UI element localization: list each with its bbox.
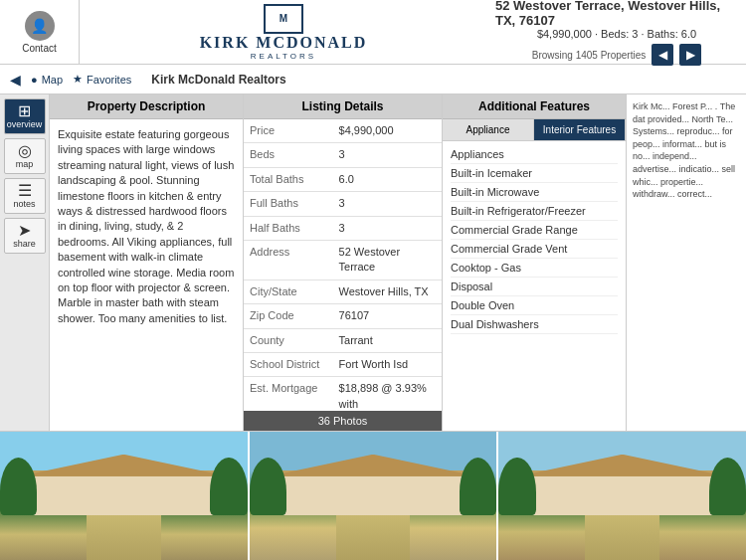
list-item: Built-in Refrigerator/Freezer <box>451 202 618 221</box>
table-row: Price$4,990,000 <box>244 119 442 143</box>
photo-1[interactable] <box>0 432 248 560</box>
list-item: Commercial Grade Range <box>451 221 618 240</box>
row-label: Half Baths <box>244 216 333 240</box>
row-label: Total Baths <box>244 167 333 191</box>
table-row: Zip Code76107 <box>244 304 442 328</box>
header-logo: M KIRK MCDONALD REALTORS <box>80 0 487 65</box>
row-value: 3 <box>333 143 442 167</box>
agent-name: Kirk McDonald Realtors <box>151 73 285 87</box>
table-row: School DistrictFort Worth Isd <box>244 352 442 376</box>
table-row: CountyTarrant <box>244 328 442 352</box>
house-shape-1 <box>25 470 223 515</box>
house-shape-3 <box>523 470 721 515</box>
sidebar-label-overview: overview <box>7 119 43 129</box>
property-details: $4,990,000 · Beds: 3 · Baths: 6.0 <box>537 28 696 40</box>
photos-bar[interactable]: 36 Photos <box>244 411 442 431</box>
sidebar-label-notes: notes <box>13 199 35 209</box>
avatar: 👤 <box>25 11 55 41</box>
property-description-panel: Property Description Exquisite estate fe… <box>50 94 244 431</box>
logo-text-sub: REALTORS <box>251 52 316 61</box>
right-sidebar-text: Kirk Mc... Forest P... . The dat provide… <box>627 94 746 431</box>
header: 👤 Contact M KIRK MCDONALD REALTORS 52 We… <box>0 0 746 65</box>
photo-strip <box>0 431 746 560</box>
table-row: Beds3 <box>244 143 442 167</box>
row-label: Beds <box>244 143 333 167</box>
prev-button[interactable]: ◀ <box>652 44 673 66</box>
star-icon: ★ <box>73 73 83 86</box>
row-label: County <box>244 328 333 352</box>
browsing-text: Browsing 1405 Properties <box>532 50 647 61</box>
path-shape-1 <box>87 515 161 560</box>
row-label: Price <box>244 119 333 143</box>
row-label: Address <box>244 240 333 280</box>
photo-2[interactable] <box>248 432 497 560</box>
row-label: Full Baths <box>244 192 333 216</box>
table-row: Half Baths3 <box>244 216 442 240</box>
favorites-button[interactable]: ★ Favorites <box>73 73 131 86</box>
trees-left-1 <box>0 458 37 515</box>
header-left: 👤 Contact <box>0 0 80 64</box>
row-value: $4,990,000 <box>333 119 442 143</box>
main-content: ⊞ overview ◎ map ☰ notes ➤ share Propert… <box>0 94 746 431</box>
map-label: Map <box>42 74 63 86</box>
list-item: Commercial Grade Vent <box>451 240 618 259</box>
house-shape-2 <box>275 470 472 515</box>
listing-details-table: Price$4,990,000Beds3Total Baths6.0Full B… <box>244 119 442 411</box>
next-button[interactable]: ▶ <box>679 44 701 66</box>
listing-details-panel: Listing Details Price$4,990,000Beds3Tota… <box>244 94 443 431</box>
map-icon: ● <box>31 74 38 86</box>
additional-features-heading: Additional Features <box>443 94 626 119</box>
sidebar-item-share[interactable]: ➤ share <box>4 218 46 254</box>
trees-left-3 <box>498 458 535 515</box>
prop-desc-body: Exquisite estate featuring gorgeous livi… <box>50 119 243 334</box>
list-item: Double Oven <box>451 296 618 315</box>
trees-right-2 <box>460 458 496 515</box>
prop-desc-heading: Property Description <box>50 94 243 119</box>
trees-left-2 <box>250 458 286 515</box>
row-value: 76107 <box>333 304 442 328</box>
sidebar-item-notes[interactable]: ☰ notes <box>4 178 46 214</box>
row-label: City/State <box>244 280 333 303</box>
tab-appliance[interactable]: Appliance <box>443 119 534 140</box>
row-value: 6.0 <box>333 167 442 191</box>
list-item: Disposal <box>451 278 618 296</box>
path-shape-3 <box>585 515 659 560</box>
table-row: Total Baths6.0 <box>244 167 442 191</box>
features-tabs: Appliance Interior Features <box>443 119 626 141</box>
table-row: Est. Mortgage$18,898 @ 3.93% with <box>244 377 442 411</box>
sidebar-item-overview[interactable]: ⊞ overview <box>4 98 46 134</box>
listing-details-heading: Listing Details <box>244 94 442 119</box>
list-item: Built-in Icemaker <box>451 164 618 183</box>
contact-button[interactable]: 👤 Contact <box>22 11 56 54</box>
table-row: City/StateWestover Hills, TX <box>244 280 442 303</box>
row-value: Westover Hills, TX <box>333 280 442 303</box>
additional-features-panel: Additional Features Appliance Interior F… <box>443 94 627 431</box>
list-item: Built-in Microwave <box>451 183 618 202</box>
list-item: Dual Dishwashers <box>451 315 618 334</box>
back-arrow-icon[interactable]: ◀ <box>10 72 21 88</box>
header-right: 52 Westover Terrace, Westover Hills, TX,… <box>487 0 746 70</box>
logo-text-main: KIRK MCDONALD <box>200 34 368 52</box>
path-shape-2 <box>336 515 411 560</box>
columns-area: Property Description Exquisite estate fe… <box>50 94 746 431</box>
row-value: 52 Westover Terrace <box>333 240 442 280</box>
tab-interior[interactable]: Interior Features <box>534 119 626 140</box>
sidebar-label-share: share <box>13 239 36 249</box>
sidebar-label-map: map <box>16 159 34 169</box>
list-item: Appliances <box>451 145 618 164</box>
overview-icon: ⊞ <box>18 103 31 119</box>
logo-icon: M <box>264 4 303 34</box>
sidebar-item-map[interactable]: ◎ map <box>4 138 46 174</box>
row-value: 3 <box>333 192 442 216</box>
map-sidebar-icon: ◎ <box>18 143 32 159</box>
property-address: 52 Westover Terrace, Westover Hills, TX,… <box>495 0 738 28</box>
features-list: AppliancesBuilt-in IcemakerBuilt-in Micr… <box>443 141 626 338</box>
photo-3[interactable] <box>496 432 746 560</box>
notes-icon: ☰ <box>18 183 32 199</box>
left-sidebar: ⊞ overview ◎ map ☰ notes ➤ share <box>0 94 50 431</box>
favorites-label: Favorites <box>87 74 131 86</box>
person-icon: 👤 <box>31 18 48 34</box>
row-label: Zip Code <box>244 304 333 328</box>
map-button[interactable]: ● Map <box>31 74 63 86</box>
trees-right-3 <box>709 458 746 515</box>
